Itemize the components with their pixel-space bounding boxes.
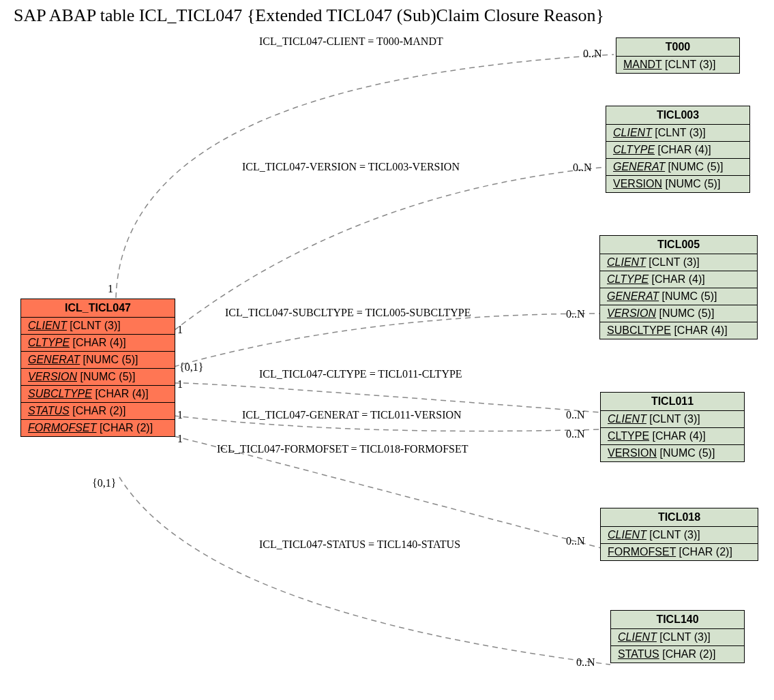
edge-label: ICL_TICL047-CLTYPE = TICL011-CLTYPE	[259, 368, 462, 380]
edge-label: ICL_TICL047-GENERAT = TICL011-VERSION	[242, 409, 462, 421]
entity-field: FORMOFSET [CHAR (2)]	[601, 544, 758, 560]
entity-field: CLIENT [CLNT (3)]	[601, 411, 744, 428]
edge-label: ICL_TICL047-SUBCLTYPE = TICL005-SUBCLTYP…	[225, 307, 471, 319]
cardinality: 1	[177, 324, 183, 336]
entity-header: TICL018	[601, 508, 758, 527]
edge-label: ICL_TICL047-CLIENT = T000-MANDT	[259, 35, 443, 48]
edge-label: ICL_TICL047-VERSION = TICL003-VERSION	[242, 161, 460, 173]
entity-ticl011: TICL011 CLIENT [CLNT (3)] CLTYPE [CHAR (…	[600, 392, 745, 462]
entity-field: SUBCLTYPE [CHAR (4)]	[21, 386, 175, 403]
entity-header: T000	[616, 38, 739, 57]
cardinality: 0..N	[583, 48, 602, 60]
entity-ticl003: TICL003 CLIENT [CLNT (3)] CLTYPE [CHAR (…	[606, 106, 750, 193]
entity-t000: T000 MANDT [CLNT (3)]	[616, 37, 740, 74]
entity-field: VERSION [NUMC (5)]	[606, 176, 749, 192]
cardinality: {0,1}	[179, 361, 203, 374]
entity-field: MANDT [CLNT (3)]	[616, 57, 739, 73]
cardinality: 0..N	[566, 308, 585, 320]
entity-field: CLTYPE [CHAR (4)]	[600, 271, 757, 288]
entity-header: TICL140	[611, 611, 744, 629]
entity-field: GENERAT [NUMC (5)]	[600, 288, 757, 305]
entity-header: TICL005	[600, 236, 757, 254]
cardinality: 1	[177, 433, 183, 445]
entity-ticl018: TICL018 CLIENT [CLNT (3)] FORMOFSET [CHA…	[600, 508, 758, 561]
entity-icl-ticl047: ICL_TICL047 CLIENT [CLNT (3)] CLTYPE [CH…	[20, 299, 175, 437]
entity-field: VERSION [NUMC (5)]	[600, 305, 757, 322]
entity-field: CLIENT [CLNT (3)]	[21, 318, 175, 335]
entity-field: GENERAT [NUMC (5)]	[21, 352, 175, 369]
cardinality: 1	[177, 409, 183, 421]
cardinality: 0..N	[566, 535, 585, 547]
entity-field: VERSION [NUMC (5)]	[601, 445, 744, 461]
cardinality: 1	[177, 378, 183, 391]
entity-field: CLTYPE [CHAR (4)]	[21, 335, 175, 352]
entity-field: STATUS [CHAR (2)]	[21, 403, 175, 420]
entity-field: STATUS [CHAR (2)]	[611, 646, 744, 663]
entity-header: TICL011	[601, 393, 744, 411]
cardinality: 0..N	[566, 409, 585, 421]
entity-field: VERSION [NUMC (5)]	[21, 369, 175, 386]
entity-header: TICL003	[606, 106, 749, 125]
entity-ticl005: TICL005 CLIENT [CLNT (3)] CLTYPE [CHAR (…	[599, 235, 758, 339]
diagram-title: SAP ABAP table ICL_TICL047 {Extended TIC…	[0, 0, 774, 26]
cardinality: 0..N	[576, 656, 595, 669]
cardinality: 0..N	[573, 162, 592, 174]
entity-field: CLIENT [CLNT (3)]	[600, 254, 757, 271]
entity-field: CLIENT [CLNT (3)]	[601, 527, 758, 544]
edge-label: ICL_TICL047-STATUS = TICL140-STATUS	[259, 538, 460, 551]
entity-field: CLTYPE [CHAR (4)]	[606, 142, 749, 159]
edge-label: ICL_TICL047-FORMOFSET = TICL018-FORMOFSE…	[217, 443, 468, 455]
entity-header: ICL_TICL047	[21, 299, 175, 318]
entity-field: SUBCLTYPE [CHAR (4)]	[600, 322, 757, 339]
entity-field: CLIENT [CLNT (3)]	[611, 629, 744, 646]
entity-field: FORMOFSET [CHAR (2)]	[21, 420, 175, 436]
entity-field: CLTYPE [CHAR (4)]	[601, 428, 744, 445]
entity-ticl140: TICL140 CLIENT [CLNT (3)] STATUS [CHAR (…	[610, 610, 745, 663]
cardinality: 0..N	[566, 428, 585, 440]
entity-field: CLIENT [CLNT (3)]	[606, 125, 749, 142]
entity-field: GENERAT [NUMC (5)]	[606, 159, 749, 176]
cardinality: {0,1}	[92, 477, 116, 489]
cardinality: 1	[108, 283, 113, 295]
